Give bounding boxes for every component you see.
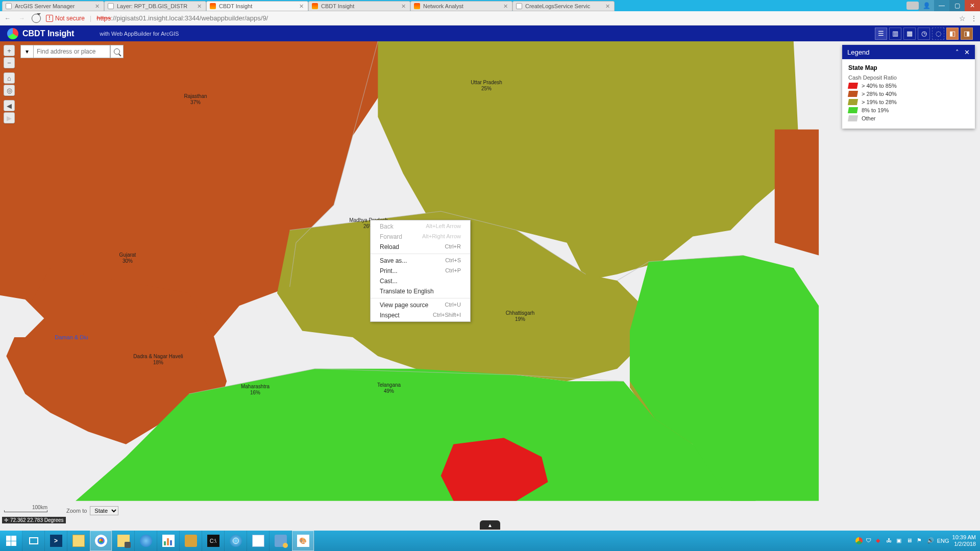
- user-icon[interactable]: 👤: [919, 0, 934, 11]
- start-button[interactable]: [0, 531, 22, 551]
- security-indicator[interactable]: ! Not secure: [46, 15, 85, 22]
- chart-app-icon[interactable]: [157, 531, 180, 551]
- tab-label: CBDT Insight: [219, 3, 295, 9]
- url-field[interactable]: https://pigisats01.insight.local:3344/we…: [96, 14, 268, 22]
- attribute-table-toggle[interactable]: ▲: [480, 520, 500, 530]
- zoom-to-select[interactable]: State: [90, 506, 118, 515]
- context-menu-item[interactable]: Print...Ctrl+P: [371, 266, 470, 276]
- basemap-icon[interactable]: ▦: [903, 28, 916, 40]
- context-menu-item[interactable]: Translate to English: [371, 286, 470, 296]
- tab-close-icon[interactable]: ✕: [196, 3, 203, 10]
- taskview-icon[interactable]: [22, 531, 45, 551]
- prev-extent-button[interactable]: ◀: [4, 100, 15, 111]
- tab-close-icon[interactable]: ✕: [298, 3, 305, 10]
- locate-button[interactable]: ◎: [4, 85, 15, 96]
- context-menu-item[interactable]: Save as...Ctrl+S: [371, 256, 470, 266]
- close-icon[interactable]: ✕: [964, 48, 970, 56]
- map-view[interactable]: + − ⌂ ◎ ◀ ▶ ▾ Rajasthan37%Uttar Pradesh2…: [0, 41, 980, 531]
- tray-shield-icon[interactable]: 🛡: [866, 537, 873, 544]
- services-icon[interactable]: [270, 531, 292, 551]
- address-bar: ← → ! Not secure | https://pigisats01.in…: [0, 11, 980, 26]
- tray-app-icon[interactable]: ▣: [896, 537, 903, 544]
- clock-icon[interactable]: ◷: [918, 28, 930, 40]
- new-tab-button[interactable]: [906, 2, 919, 10]
- zoom-to-control: Zoom to State: [66, 506, 118, 515]
- browser-tab[interactable]: CreateLogsService Servic✕: [512, 1, 615, 11]
- context-menu-item[interactable]: InspectCtrl+Shift+I: [371, 310, 470, 320]
- language-indicator[interactable]: ENG: [937, 538, 949, 544]
- tab-close-icon[interactable]: ✕: [400, 3, 407, 10]
- tray-flag-icon[interactable]: ⚑: [917, 537, 924, 544]
- favicon-icon: [516, 3, 522, 9]
- close-window-button[interactable]: ✕: [965, 0, 980, 11]
- ie-icon[interactable]: [135, 531, 157, 551]
- browser-tab[interactable]: Network Analyst✕: [410, 1, 512, 11]
- minimize-button[interactable]: —: [934, 0, 949, 11]
- zoom-in-button[interactable]: +: [4, 45, 15, 56]
- tab-close-icon[interactable]: ✕: [502, 3, 509, 10]
- window-titlebar: ArcGIS Server Manager✕Layer: RPT_DB.GIS_…: [0, 0, 980, 11]
- context-menu-item[interactable]: ReloadCtrl+R: [371, 242, 470, 252]
- tool-a-icon[interactable]: ◧: [946, 28, 959, 40]
- browser-tab[interactable]: CBDT Insight✕: [206, 1, 308, 11]
- menu-label: Print...: [380, 267, 398, 274]
- tray-security-icon[interactable]: ◆: [876, 537, 883, 544]
- browser-tab[interactable]: Layer: RPT_DB.GIS_DISTR✕: [104, 1, 206, 11]
- search-button[interactable]: [110, 45, 124, 58]
- measure-icon[interactable]: ◌: [932, 28, 944, 40]
- legend-swatch: [848, 115, 858, 121]
- browser-tab[interactable]: CBDT Insight✕: [308, 1, 410, 11]
- next-extent-button[interactable]: ▶: [4, 112, 15, 123]
- tray-chrome-icon[interactable]: [855, 537, 863, 544]
- menu-shortcut: Ctrl+R: [445, 243, 461, 251]
- menu-shortcut: Ctrl+Shift+I: [433, 312, 461, 319]
- layers-icon[interactable]: ▥: [889, 28, 901, 40]
- terminal-icon[interactable]: C:\: [202, 531, 225, 551]
- header-toolbar: ☰ ▥ ▦ ◷ ◌ ◧ ◨: [875, 28, 973, 40]
- context-menu-item[interactable]: Cast...: [371, 276, 470, 286]
- server-manager-icon[interactable]: [112, 531, 135, 551]
- tool-b-icon[interactable]: ◨: [961, 28, 973, 40]
- menu-shortcut: Alt+Right Arrow: [422, 233, 461, 240]
- system-tray: 🛡 ◆ 🖧 ▣ 🖥 ⚑ 🔊 ENG 10:39 AM 1/2/2018: [851, 534, 980, 547]
- favicon-icon: [210, 3, 216, 9]
- tray-monitor-icon[interactable]: 🖥: [906, 537, 914, 544]
- explorer-icon[interactable]: [67, 531, 90, 551]
- reload-button[interactable]: [32, 14, 41, 23]
- bookmark-icon[interactable]: ☆: [959, 14, 966, 22]
- clock[interactable]: 10:39 AM 1/2/2018: [952, 534, 976, 547]
- search-input[interactable]: [34, 45, 110, 58]
- app-title: CBDT Insight: [22, 29, 74, 38]
- crosshair-icon: ✛: [4, 517, 8, 523]
- tab-close-icon[interactable]: ✕: [604, 3, 611, 10]
- zoom-out-button[interactable]: −: [4, 57, 15, 68]
- home-button[interactable]: ⌂: [4, 72, 15, 84]
- search-source-dropdown[interactable]: ▾: [20, 45, 34, 58]
- powershell-icon[interactable]: >: [45, 531, 67, 551]
- app-subtitle: with Web AppBuilder for ArcGIS: [100, 31, 179, 37]
- browser-tab[interactable]: ArcGIS Server Manager✕: [2, 1, 104, 11]
- tab-label: ArcGIS Server Manager: [15, 3, 91, 9]
- favicon-icon: [312, 3, 318, 9]
- legend-toggle-icon[interactable]: ☰: [875, 28, 887, 40]
- paint-icon[interactable]: 🎨: [292, 531, 314, 551]
- collapse-icon[interactable]: ˄: [955, 48, 959, 56]
- legend-panel: Legend ˄ ✕ State Map Cash Deposit Ratio …: [842, 45, 975, 129]
- legend-header[interactable]: Legend ˄ ✕: [842, 45, 975, 59]
- address-bar-right: ☆ ⋮: [959, 14, 977, 22]
- tray-network-icon[interactable]: 🖧: [886, 537, 893, 544]
- maximize-button[interactable]: ▢: [949, 0, 965, 11]
- chrome-icon[interactable]: [90, 531, 112, 551]
- back-button[interactable]: ←: [3, 15, 12, 22]
- menu-icon[interactable]: ⋮: [971, 15, 977, 22]
- tab-close-icon[interactable]: ✕: [94, 3, 101, 10]
- notepad-icon[interactable]: [247, 531, 270, 551]
- menu-label: Cast...: [380, 278, 398, 285]
- package-icon[interactable]: [180, 531, 202, 551]
- context-menu-item: ForwardAlt+Right Arrow: [371, 232, 470, 242]
- legend-label: > 40% to 85%: [862, 83, 897, 89]
- context-menu-item[interactable]: View page sourceCtrl+U: [371, 300, 470, 310]
- tray-volume-icon[interactable]: 🔊: [927, 537, 934, 544]
- legend-item: > 28% to 40%: [848, 91, 969, 97]
- arcmap-icon[interactable]: [225, 531, 247, 551]
